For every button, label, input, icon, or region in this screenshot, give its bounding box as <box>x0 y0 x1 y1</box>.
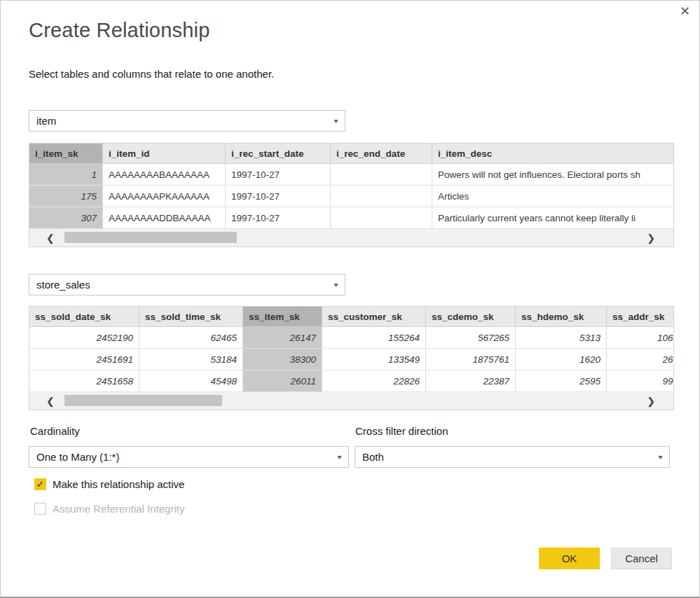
table-cell: 1997-10-27 <box>226 186 331 207</box>
lower-table-selector[interactable]: store_sales ▾ <box>29 274 345 295</box>
table-cell: 2451691 <box>29 349 139 370</box>
table-cell: 1875761 <box>426 349 516 370</box>
make-active-label: Make this relationship active <box>53 478 184 490</box>
upper-table-rows: i_item_ski_item_idi_rec_start_datei_rec_… <box>29 144 673 229</box>
table-cell <box>331 207 432 228</box>
table-row: 175AAAAAAAAPKAAAAAA1997-10-27Articles <box>29 186 673 207</box>
close-icon[interactable]: ✕ <box>680 5 690 18</box>
table-cell: 1997-10-27 <box>226 207 331 228</box>
table-cell: 22826 <box>322 370 426 391</box>
table-cell: AAAAAAAADDBAAAAA <box>103 207 226 228</box>
table-cell: 1620 <box>516 349 607 370</box>
cross-filter-value: Both <box>362 451 384 463</box>
table-cell <box>331 186 432 207</box>
scrollbar-thumb[interactable] <box>64 232 237 243</box>
column-header-i_item_desc[interactable]: i_item_desc <box>432 144 673 163</box>
table-cell: 53184 <box>139 349 243 370</box>
table-cell: Articles <box>432 186 673 207</box>
table-cell: 38300 <box>243 349 322 370</box>
column-header-ss_cdemo_sk[interactable]: ss_cdemo_sk <box>426 307 516 326</box>
cardinality-select[interactable]: One to Many (1:*) ▾ <box>29 446 349 468</box>
lower-table-selector-value: store_sales <box>36 279 90 291</box>
column-header-i_rec_end_date[interactable]: i_rec_end_date <box>331 144 432 163</box>
table-row: 1AAAAAAAABAAAAAAA1997-10-27Powers will n… <box>29 164 673 186</box>
table-cell: 175 <box>29 186 103 207</box>
column-header-i_item_sk[interactable]: i_item_sk <box>29 144 103 163</box>
scroll-left-icon[interactable]: ❮ <box>46 233 55 243</box>
referential-integrity-checkbox <box>34 503 46 515</box>
table-cell: AAAAAAAABAAAAAAA <box>103 164 226 185</box>
table-cell: 22387 <box>426 370 516 391</box>
table-cell: 62465 <box>139 327 243 348</box>
table-cell: 1997-10-27 <box>226 164 331 185</box>
table-cell: 45498 <box>139 370 243 391</box>
table-cell: 5313 <box>516 327 607 348</box>
header-row: i_item_ski_item_idi_rec_start_datei_rec_… <box>29 144 673 164</box>
table-cell: 155264 <box>322 327 426 348</box>
table-cell: 2595 <box>516 370 607 391</box>
upper-table: i_item_ski_item_idi_rec_start_datei_rec_… <box>29 143 674 247</box>
chevron-down-icon: ▾ <box>334 281 338 288</box>
upper-table-hscrollbar[interactable]: ❮ ❯ <box>29 229 673 246</box>
check-icon: ✓ <box>36 480 44 489</box>
table-row: 2451691531843830013354918757611620266 <box>29 349 673 370</box>
cardinality-value: One to Many (1:*) <box>36 451 119 463</box>
table-row: 307AAAAAAAADDBAAAAA1997-10-27Particularl… <box>29 207 673 229</box>
table-cell: 266 <box>607 349 673 370</box>
table-cell: 133549 <box>322 349 426 370</box>
cross-filter-label: Cross filter direction <box>355 425 448 437</box>
upper-table-selector-value: item <box>36 115 56 127</box>
upper-table-selector[interactable]: item ▾ <box>29 110 345 132</box>
lower-table: ss_sold_date_skss_sold_time_skss_item_sk… <box>29 306 674 410</box>
lower-table-rows: ss_sold_date_skss_sold_time_skss_item_sk… <box>29 307 673 392</box>
column-header-i_rec_start_date[interactable]: i_rec_start_date <box>226 144 331 163</box>
column-header-ss_hdemo_sk[interactable]: ss_hdemo_sk <box>516 307 607 326</box>
make-active-checkbox[interactable]: ✓ <box>34 478 46 490</box>
dialog-title: Create Relationship <box>29 19 210 42</box>
referential-integrity-label: Assume Referential Integrity <box>53 503 184 515</box>
table-row: 2452190624652614715526456726553131061 <box>29 327 673 349</box>
scroll-right-icon[interactable]: ❯ <box>647 233 655 243</box>
chevron-down-icon: ▾ <box>334 117 338 125</box>
table-cell: 995 <box>607 370 673 391</box>
table-cell: 1061 <box>607 327 673 348</box>
make-active-row: ✓ Make this relationship active <box>34 478 184 490</box>
table-cell <box>331 164 432 185</box>
table-cell: Particularly current years cannot keep l… <box>432 207 673 228</box>
table-cell: AAAAAAAAPKAAAAAA <box>103 186 226 207</box>
table-cell: 2452190 <box>29 327 139 348</box>
chevron-down-icon: ▾ <box>337 453 342 461</box>
column-header-i_item_id[interactable]: i_item_id <box>103 144 226 163</box>
table-cell: 567265 <box>426 327 516 348</box>
table-cell: 1 <box>29 164 103 185</box>
lower-table-hscrollbar[interactable]: ❮ ❯ <box>29 392 673 410</box>
table-cell: 307 <box>29 207 103 228</box>
column-header-ss_customer_sk[interactable]: ss_customer_sk <box>322 307 426 326</box>
chevron-down-icon: ▾ <box>658 453 663 461</box>
column-header-ss_sold_date_sk[interactable]: ss_sold_date_sk <box>29 307 139 326</box>
table-cell: 26011 <box>243 370 322 391</box>
table-cell: Powers will not get influences. Electora… <box>432 164 673 185</box>
scrollbar-thumb[interactable] <box>64 395 222 406</box>
column-header-ss_addr_sk[interactable]: ss_addr_sk <box>607 307 673 326</box>
scroll-left-icon[interactable]: ❮ <box>46 396 55 406</box>
referential-integrity-row: Assume Referential Integrity <box>34 503 184 515</box>
dialog-subtitle: Select tables and columns that relate to… <box>29 68 274 80</box>
table-cell: 26147 <box>243 327 322 348</box>
cardinality-label: Cardinality <box>30 425 80 437</box>
table-cell: 2451658 <box>29 370 139 391</box>
scroll-right-icon[interactable]: ❯ <box>647 396 655 406</box>
column-header-ss_item_sk[interactable]: ss_item_sk <box>243 307 322 326</box>
cancel-button[interactable]: Cancel <box>611 548 672 569</box>
header-row: ss_sold_date_skss_sold_time_skss_item_sk… <box>29 307 673 327</box>
table-row: 2451658454982601122826223872595995 <box>29 370 673 392</box>
ok-button[interactable]: OK <box>539 548 600 569</box>
cross-filter-select[interactable]: Both ▾ <box>355 446 670 468</box>
column-header-ss_sold_time_sk[interactable]: ss_sold_time_sk <box>139 307 243 326</box>
